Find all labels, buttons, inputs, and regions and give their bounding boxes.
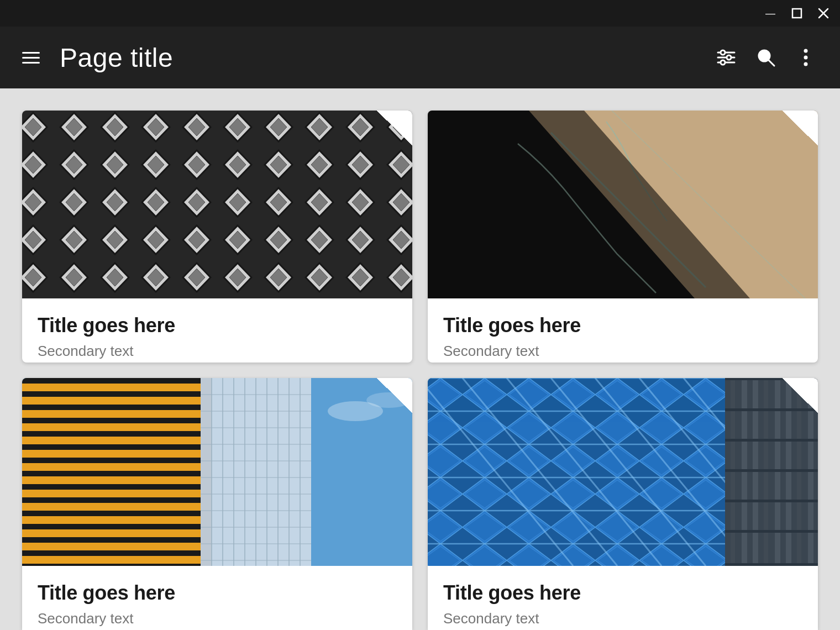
app-bar-left: Page title — [22, 43, 714, 73]
card-1-title: Title goes here — [38, 314, 397, 337]
card-1-image-wrapper — [22, 111, 412, 298]
card-2[interactable]: Title goes here Secondary text — [428, 111, 818, 363]
svg-point-13 — [804, 62, 808, 66]
card-2-title: Title goes here — [443, 314, 802, 337]
card-4-image — [428, 378, 818, 566]
more-vertical-icon — [802, 47, 810, 68]
svg-line-10 — [769, 60, 774, 66]
svg-rect-88 — [725, 378, 818, 380]
card-4[interactable]: Title goes here Secondary text — [428, 378, 818, 630]
card-1-secondary: Secondary text — [38, 343, 397, 360]
svg-rect-31 — [22, 437, 201, 444]
svg-rect-90 — [725, 439, 818, 442]
card-2-image — [428, 111, 818, 298]
card-2-body: Title goes here Secondary text — [428, 298, 818, 363]
svg-rect-93 — [725, 530, 818, 533]
card-1-image — [22, 111, 412, 298]
content-grid: Title goes here Secondary text Title — [0, 88, 840, 630]
title-bar: — — [0, 0, 840, 27]
svg-rect-33 — [22, 463, 201, 471]
svg-point-64 — [366, 392, 411, 408]
svg-point-8 — [721, 60, 725, 65]
card-3-image — [22, 378, 412, 566]
card-2-secondary: Secondary text — [443, 343, 802, 360]
svg-point-11 — [804, 49, 808, 53]
close-icon — [818, 8, 829, 19]
search-button[interactable] — [754, 45, 778, 70]
svg-rect-91 — [725, 469, 818, 472]
page-title: Page title — [60, 43, 173, 73]
svg-point-12 — [804, 56, 808, 60]
app-bar-actions — [714, 45, 818, 70]
filter-button[interactable] — [714, 45, 738, 70]
card-3[interactable]: Title goes here Secondary text — [22, 378, 412, 630]
card-4-body: Title goes here Secondary text — [428, 566, 818, 630]
card-3-body: Title goes here Secondary text — [22, 566, 412, 630]
more-options-button[interactable] — [794, 45, 818, 70]
close-button[interactable] — [816, 6, 831, 21]
svg-rect-35 — [22, 490, 201, 497]
svg-rect-27 — [22, 384, 201, 391]
minimize-button[interactable]: — — [763, 6, 778, 21]
card-4-secondary: Secondary text — [443, 610, 802, 627]
maximize-icon — [791, 8, 802, 19]
maximize-button[interactable] — [789, 6, 805, 21]
svg-rect-37 — [22, 516, 201, 524]
svg-rect-28 — [22, 397, 201, 405]
svg-rect-26 — [22, 378, 212, 566]
svg-point-7 — [727, 55, 731, 60]
card-3-title: Title goes here — [38, 581, 397, 605]
card-4-title: Title goes here — [443, 581, 802, 605]
card-2-image-wrapper — [428, 111, 818, 298]
svg-rect-39 — [22, 543, 201, 550]
svg-rect-36 — [22, 503, 201, 511]
card-4-image-wrapper — [428, 378, 818, 566]
svg-rect-34 — [22, 476, 201, 484]
svg-rect-89 — [725, 408, 818, 411]
filter-sliders-icon — [716, 47, 737, 68]
search-icon — [755, 47, 776, 68]
app-bar: Page title — [0, 27, 840, 88]
card-3-secondary: Secondary text — [38, 610, 397, 627]
svg-rect-30 — [22, 423, 201, 431]
card-1-body: Title goes here Secondary text — [22, 298, 412, 363]
svg-rect-20 — [22, 111, 412, 298]
svg-rect-32 — [22, 450, 201, 458]
svg-point-6 — [721, 50, 725, 55]
svg-rect-0 — [792, 9, 801, 18]
svg-rect-94 — [725, 563, 818, 566]
menu-button[interactable] — [22, 52, 40, 64]
svg-rect-92 — [725, 500, 818, 502]
svg-rect-29 — [22, 410, 201, 418]
svg-rect-38 — [22, 529, 201, 537]
card-3-image-wrapper — [22, 378, 412, 566]
card-1[interactable]: Title goes here Secondary text — [22, 111, 412, 363]
svg-rect-40 — [22, 556, 201, 564]
